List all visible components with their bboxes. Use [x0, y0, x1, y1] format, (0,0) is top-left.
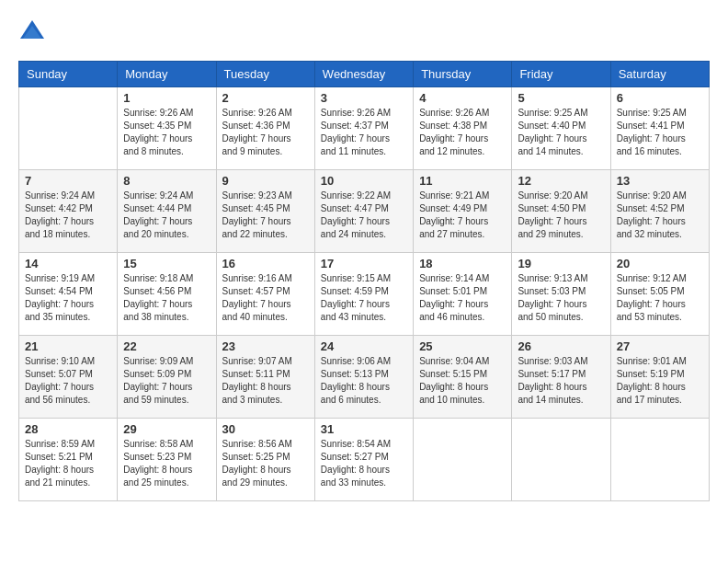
day-number: 5	[518, 91, 604, 105]
calendar-day-cell: 30Sunrise: 8:56 AMSunset: 5:25 PMDayligh…	[216, 419, 314, 501]
day-of-week-header: Saturday	[610, 62, 709, 87]
day-info: Sunrise: 9:04 AMSunset: 5:15 PMDaylight:…	[419, 355, 506, 407]
day-of-week-header: Monday	[118, 62, 216, 87]
calendar-day-cell: 8Sunrise: 9:24 AMSunset: 4:44 PMDaylight…	[118, 170, 216, 253]
day-number: 13	[617, 174, 703, 188]
day-of-week-header: Tuesday	[216, 62, 314, 87]
calendar-day-cell: 13Sunrise: 9:20 AMSunset: 4:52 PMDayligh…	[610, 170, 709, 253]
day-info: Sunrise: 9:16 AMSunset: 4:57 PMDaylight:…	[222, 272, 309, 324]
day-of-week-header: Thursday	[414, 62, 512, 87]
day-info: Sunrise: 8:58 AMSunset: 5:23 PMDaylight:…	[123, 438, 210, 489]
day-number: 20	[617, 257, 703, 270]
logo-icon	[18, 18, 46, 46]
calendar-day-cell: 7Sunrise: 9:24 AMSunset: 4:42 PMDaylight…	[19, 170, 118, 253]
calendar-day-cell: 6Sunrise: 9:25 AMSunset: 4:41 PMDaylight…	[610, 87, 709, 170]
day-info: Sunrise: 9:20 AMSunset: 4:50 PMDaylight:…	[518, 190, 604, 241]
day-number: 10	[321, 174, 407, 188]
day-number: 9	[222, 174, 309, 188]
day-number: 28	[25, 422, 111, 436]
day-info: Sunrise: 9:09 AMSunset: 5:09 PMDaylight:…	[123, 355, 210, 407]
day-number: 27	[617, 339, 703, 353]
day-info: Sunrise: 9:01 AMSunset: 5:19 PMDaylight:…	[617, 355, 703, 407]
calendar-day-cell: 4Sunrise: 9:26 AMSunset: 4:38 PMDaylight…	[414, 87, 512, 170]
day-of-week-header: Friday	[512, 62, 610, 87]
calendar-day-cell: 12Sunrise: 9:20 AMSunset: 4:50 PMDayligh…	[512, 170, 610, 253]
calendar-day-cell	[19, 87, 118, 170]
calendar-day-cell: 1Sunrise: 9:26 AMSunset: 4:35 PMDaylight…	[118, 87, 216, 170]
calendar-day-cell: 26Sunrise: 9:03 AMSunset: 5:17 PMDayligh…	[512, 336, 610, 419]
calendar-week-row: 7Sunrise: 9:24 AMSunset: 4:42 PMDaylight…	[19, 170, 710, 253]
day-info: Sunrise: 9:26 AMSunset: 4:36 PMDaylight:…	[222, 107, 309, 158]
day-info: Sunrise: 9:24 AMSunset: 4:44 PMDaylight:…	[123, 190, 210, 241]
calendar-day-cell: 5Sunrise: 9:25 AMSunset: 4:40 PMDaylight…	[512, 87, 610, 170]
day-info: Sunrise: 9:24 AMSunset: 4:42 PMDaylight:…	[25, 190, 111, 241]
day-number: 19	[518, 257, 604, 270]
calendar-day-cell	[512, 419, 610, 501]
calendar-day-cell: 31Sunrise: 8:54 AMSunset: 5:27 PMDayligh…	[314, 419, 413, 501]
calendar-week-row: 1Sunrise: 9:26 AMSunset: 4:35 PMDaylight…	[19, 87, 710, 170]
day-number: 1	[123, 91, 210, 105]
day-info: Sunrise: 9:26 AMSunset: 4:38 PMDaylight:…	[419, 107, 506, 158]
day-info: Sunrise: 9:03 AMSunset: 5:17 PMDaylight:…	[518, 355, 604, 407]
calendar-day-cell: 16Sunrise: 9:16 AMSunset: 4:57 PMDayligh…	[216, 253, 314, 336]
calendar-day-cell	[414, 419, 512, 501]
day-number: 14	[25, 257, 111, 270]
calendar-day-cell: 9Sunrise: 9:23 AMSunset: 4:45 PMDaylight…	[216, 170, 314, 253]
day-number: 7	[25, 174, 111, 188]
day-number: 26	[518, 339, 604, 353]
day-info: Sunrise: 9:22 AMSunset: 4:47 PMDaylight:…	[321, 190, 407, 241]
day-number: 30	[222, 422, 309, 436]
calendar-table: SundayMondayTuesdayWednesdayThursdayFrid…	[18, 61, 710, 501]
calendar-day-cell	[610, 419, 709, 501]
day-info: Sunrise: 9:23 AMSunset: 4:45 PMDaylight:…	[222, 190, 309, 241]
day-number: 25	[419, 339, 506, 353]
day-info: Sunrise: 9:10 AMSunset: 5:07 PMDaylight:…	[25, 355, 111, 407]
day-info: Sunrise: 8:56 AMSunset: 5:25 PMDaylight:…	[222, 438, 309, 489]
day-info: Sunrise: 9:26 AMSunset: 4:35 PMDaylight:…	[123, 107, 210, 158]
calendar-header-row: SundayMondayTuesdayWednesdayThursdayFrid…	[19, 62, 710, 87]
calendar-day-cell: 23Sunrise: 9:07 AMSunset: 5:11 PMDayligh…	[216, 336, 314, 419]
calendar-day-cell: 28Sunrise: 8:59 AMSunset: 5:21 PMDayligh…	[19, 419, 118, 501]
day-number: 24	[321, 339, 407, 353]
day-info: Sunrise: 8:54 AMSunset: 5:27 PMDaylight:…	[321, 438, 407, 489]
day-number: 12	[518, 174, 604, 188]
calendar-day-cell: 22Sunrise: 9:09 AMSunset: 5:09 PMDayligh…	[118, 336, 216, 419]
day-of-week-header: Wednesday	[314, 62, 413, 87]
day-info: Sunrise: 9:12 AMSunset: 5:05 PMDaylight:…	[617, 272, 703, 324]
day-info: Sunrise: 9:18 AMSunset: 4:56 PMDaylight:…	[123, 272, 210, 324]
day-number: 18	[419, 257, 506, 270]
calendar-day-cell: 24Sunrise: 9:06 AMSunset: 5:13 PMDayligh…	[314, 336, 413, 419]
day-number: 16	[222, 257, 309, 270]
day-number: 29	[123, 422, 210, 436]
calendar-day-cell: 10Sunrise: 9:22 AMSunset: 4:47 PMDayligh…	[314, 170, 413, 253]
day-info: Sunrise: 9:15 AMSunset: 4:59 PMDaylight:…	[321, 272, 407, 324]
day-number: 17	[321, 257, 407, 270]
calendar-day-cell: 2Sunrise: 9:26 AMSunset: 4:36 PMDaylight…	[216, 87, 314, 170]
day-number: 4	[419, 91, 506, 105]
day-number: 15	[123, 257, 210, 270]
logo	[18, 18, 51, 46]
day-info: Sunrise: 9:13 AMSunset: 5:03 PMDaylight:…	[518, 272, 604, 324]
day-number: 22	[123, 339, 210, 353]
calendar-week-row: 28Sunrise: 8:59 AMSunset: 5:21 PMDayligh…	[19, 419, 710, 501]
day-info: Sunrise: 9:06 AMSunset: 5:13 PMDaylight:…	[321, 355, 407, 407]
day-info: Sunrise: 9:21 AMSunset: 4:49 PMDaylight:…	[419, 190, 506, 241]
day-info: Sunrise: 9:20 AMSunset: 4:52 PMDaylight:…	[617, 190, 703, 241]
page-header	[18, 18, 710, 46]
day-number: 23	[222, 339, 309, 353]
day-number: 6	[617, 91, 703, 105]
day-number: 31	[321, 422, 407, 436]
day-info: Sunrise: 9:07 AMSunset: 5:11 PMDaylight:…	[222, 355, 309, 407]
day-info: Sunrise: 9:25 AMSunset: 4:41 PMDaylight:…	[617, 107, 703, 158]
day-number: 3	[321, 91, 407, 105]
day-number: 11	[419, 174, 506, 188]
day-number: 2	[222, 91, 309, 105]
day-number: 21	[25, 339, 111, 353]
calendar-day-cell: 3Sunrise: 9:26 AMSunset: 4:37 PMDaylight…	[314, 87, 413, 170]
calendar-day-cell: 21Sunrise: 9:10 AMSunset: 5:07 PMDayligh…	[19, 336, 118, 419]
calendar-day-cell: 15Sunrise: 9:18 AMSunset: 4:56 PMDayligh…	[118, 253, 216, 336]
day-number: 8	[123, 174, 210, 188]
day-info: Sunrise: 9:25 AMSunset: 4:40 PMDaylight:…	[518, 107, 604, 158]
day-of-week-header: Sunday	[19, 62, 118, 87]
calendar-day-cell: 20Sunrise: 9:12 AMSunset: 5:05 PMDayligh…	[610, 253, 709, 336]
